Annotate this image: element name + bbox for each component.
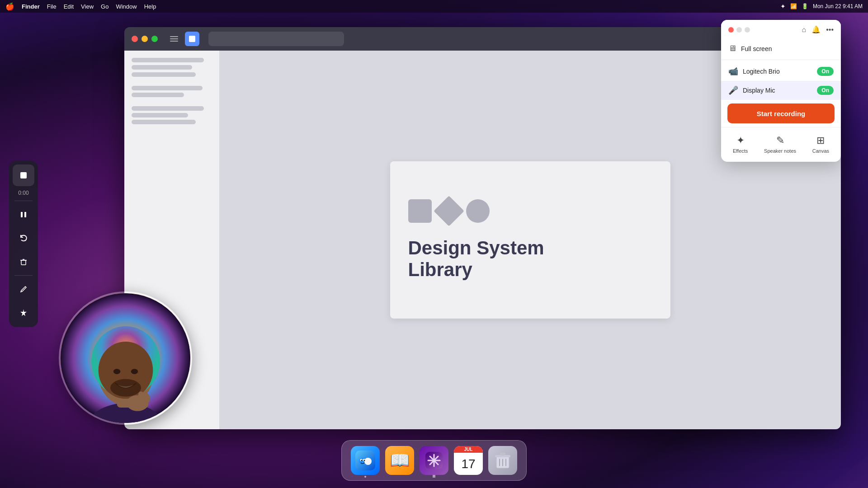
dock: 📖 JUL 17 [341,440,527,481]
minimize-button[interactable] [142,36,148,42]
fullscreen-row-left: 🖥 Full screen [728,44,772,53]
dock-item-books[interactable]: 📖 [385,446,414,475]
camera-row[interactable]: 📹 Logitech Brio On [721,62,841,81]
svg-point-15 [110,379,141,397]
grid-icon [189,36,195,42]
books-icon: 📖 [385,446,414,475]
sidebar-section [132,86,212,97]
menubar-datetime: Mon Jun 22 9:41 AM [813,3,863,9]
undo-icon [19,234,28,243]
svg-point-25 [364,460,365,461]
slide-title-line2: Library [408,259,652,281]
popup-titlebar: ⌂ 🔔 ••• [721,20,841,38]
pause-icon [19,210,28,219]
battery-icon[interactable]: 🔋 [802,3,808,9]
menubar-help[interactable]: Help [144,3,156,10]
hamburger-line [170,36,178,37]
popup-body: 🖥 Full screen 📹 Logitech Brio On 🎤 Displ… [721,38,841,162]
dock-item-finder[interactable] [351,446,380,475]
camera-label: Logitech Brio [743,68,780,75]
svg-point-24 [361,460,363,461]
speaker-notes-icon: ✎ [776,135,784,146]
camera-row-left: 📹 Logitech Brio [728,66,780,76]
speaker-notes-button[interactable]: ✎ Speaker notes [764,135,796,154]
camera-feed [61,293,190,423]
pause-button[interactable] [13,204,34,225]
pen-button[interactable] [13,278,34,300]
effects-toolbar-button[interactable] [13,302,34,324]
speaker-notes-label: Speaker notes [764,148,796,154]
perplexity-icon [420,446,448,475]
menubar-right: ✦ 📶 🔋 Mon Jun 22 9:41 AM [780,3,863,10]
popup-divider-1 [721,60,841,60]
menubar-finder[interactable]: Finder [22,3,40,10]
wifi-icon[interactable]: 📶 [790,3,797,9]
mic-row[interactable]: 🎤 Display Mic On [721,81,841,100]
finder-face-svg [355,450,375,470]
camera-bubble [59,291,192,425]
menubar: 🍎 Finder File Edit View Go Window Help ✦… [0,0,868,13]
undo-button[interactable] [13,227,34,249]
effects-button[interactable]: ✦ Effects [733,135,748,154]
menubar-window[interactable]: Window [116,3,137,10]
recording-popup: ⌂ 🔔 ••• 🖥 Full screen 📹 Logitech Brio On… [721,20,841,162]
stop-icon [19,171,28,180]
home-icon[interactable]: ⌂ [802,26,807,34]
camera-icon: 📹 [728,66,738,76]
menubar-view[interactable]: View [81,3,94,10]
mic-toggle[interactable]: On [817,86,834,95]
svg-rect-1 [21,212,23,217]
close-button[interactable] [132,36,138,42]
svg-point-14 [131,369,138,374]
sidebar-line [132,86,203,90]
sidebar-toggle-button[interactable] [167,32,181,46]
search-bar[interactable] [208,32,344,46]
popup-divider-2 [721,127,841,127]
mic-icon: 🎤 [728,85,738,95]
svg-rect-0 [20,172,27,178]
camera-toggle[interactable]: On [817,67,834,76]
slide-card: Design System Library [390,161,670,319]
effects-label: Effects [733,148,748,154]
effects-sparkle-icon: ✦ [736,135,745,146]
view-toggle-button[interactable] [185,32,199,46]
popup-expand-button[interactable] [745,27,750,33]
slide-square-icon [408,199,432,223]
menubar-left: 🍎 Finder File Edit View Go Window Help [5,2,156,11]
sidebar-line [132,93,184,97]
control-center-icon[interactable]: ✦ [780,3,786,10]
popup-minimize-button[interactable] [736,27,742,33]
delete-button[interactable] [13,251,34,272]
person-svg [61,293,190,423]
menubar-edit[interactable]: Edit [64,3,74,10]
perplexity-svg [425,452,443,469]
popup-traffic-lights [728,27,750,33]
calendar-day: 17 [454,453,483,475]
apple-menu[interactable]: 🍎 [5,2,14,11]
svg-rect-2 [24,212,26,217]
menubar-file[interactable]: File [47,3,57,10]
dock-item-calendar[interactable]: JUL 17 [454,446,483,475]
recording-toolbar: 0:00 [9,161,38,327]
slide-diamond-icon [434,196,464,226]
canvas-button[interactable]: ⊞ Canvas [812,135,829,154]
calendar-month: JUL [454,446,483,453]
svg-rect-33 [500,453,505,455]
popup-close-button[interactable] [728,27,734,33]
dock-indicator [433,475,435,478]
slide-icon-row [408,199,652,223]
hamburger-line [170,41,178,42]
trash-icon [19,257,28,266]
more-options-icon[interactable]: ••• [826,26,834,34]
monitor-icon: 🖥 [728,44,736,53]
maximize-button[interactable] [151,36,158,42]
mic-row-left: 🎤 Display Mic [728,85,775,95]
recording-timer: 0:00 [13,188,34,198]
dock-item-trash[interactable] [488,446,517,475]
start-recording-button[interactable]: Start recording [727,103,835,123]
dock-item-perplexity[interactable] [420,446,448,475]
fullscreen-row[interactable]: 🖥 Full screen [721,39,841,58]
stop-recording-button[interactable] [13,164,34,186]
menubar-go[interactable]: Go [101,3,108,10]
bell-icon[interactable]: 🔔 [811,25,821,34]
